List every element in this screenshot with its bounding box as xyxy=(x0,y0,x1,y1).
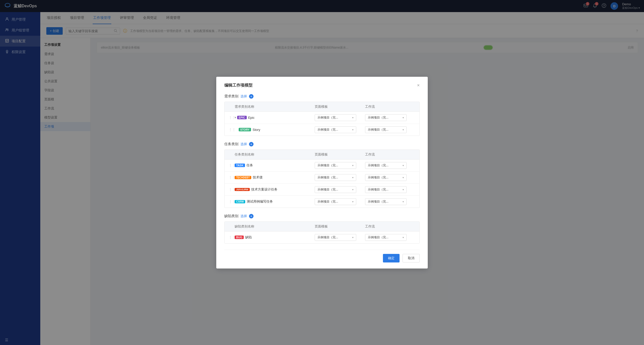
demand-table-header: 需求类别名称 页面模板 工作流 xyxy=(225,102,419,112)
chevron-down-icon: ▾ xyxy=(403,188,404,191)
drag-col-header xyxy=(229,104,235,109)
epic-page-template-select[interactable]: 示例项目（完... ▾ xyxy=(315,114,356,121)
jsfasjrw-workflow: 示例项目（完... ▾ xyxy=(365,186,415,193)
modal-header: 编辑工作项模型 × xyxy=(224,83,420,88)
demand-page-col-header: 页面模板 xyxy=(315,104,365,109)
chevron-down-icon: ▾ xyxy=(403,128,404,131)
modal-footer: 确定 取消 xyxy=(224,250,420,262)
chevron-down-icon: ▾ xyxy=(352,236,353,239)
csrw-page-template: 示例项目（完... ▾ xyxy=(315,198,365,205)
task-table: 任务类别名称 页面模板 工作流 ⋮⋮ TASK 任务 示例项目（完... ▾ xyxy=(224,149,420,208)
techdebt-workflow: 示例项目（完... ▾ xyxy=(365,174,415,181)
drag-handle-csrw[interactable]: ⋮⋮ xyxy=(229,200,235,204)
table-row: ⋮⋮ TECHDEBT 技术债 示例项目（完... ▾ 示例项目（完... xyxy=(225,172,419,184)
task-name-col-header: 任务类别名称 xyxy=(235,152,315,157)
csrw-workflow-select[interactable]: 示例项目（完... ▾ xyxy=(365,198,407,205)
jsfasjrw-label: 技术方案设计任务 xyxy=(251,187,277,192)
chevron-down-icon: ▾ xyxy=(352,164,353,167)
csrw-workflow: 示例项目（完... ▾ xyxy=(365,198,415,205)
jsfasjrw-row-name: JSFASJRW 技术方案设计任务 xyxy=(235,187,315,192)
task-add-icon[interactable]: + xyxy=(249,142,254,146)
epic-workflow: 示例项目（完... ▾ xyxy=(365,114,415,121)
techdebt-workflow-select[interactable]: 示例项目（完... ▾ xyxy=(365,174,407,181)
story-workflow: 示例项目（完... ▾ xyxy=(365,126,415,133)
epic-page-template-value: 示例项目（完... xyxy=(317,116,338,120)
expand-icon-epic[interactable]: ▾ xyxy=(235,116,236,119)
drag-handle-story[interactable]: ⋮⋮ xyxy=(229,128,235,132)
story-page-template: 示例项目（完... ▾ xyxy=(315,126,365,133)
bug-page-template: 示例项目（完... ▾ xyxy=(315,234,365,241)
demand-name-col-header: 需求类别名称 xyxy=(235,104,315,109)
bug-name-col-header: 缺陷类别名称 xyxy=(235,224,315,229)
task-label: 任务 xyxy=(246,163,253,168)
story-workflow-value: 示例项目（完... xyxy=(368,128,388,132)
bug-workflow: 示例项目（完... ▾ xyxy=(365,234,415,241)
task-workflow-select[interactable]: 示例项目（完... ▾ xyxy=(365,162,407,169)
table-row: ⋮⋮ CSRW 测试用例编写任务 示例项目（完... ▾ 示例项目（完... xyxy=(225,196,419,208)
bug-table: 缺陷类别名称 页面模板 工作流 ⋮⋮ BUG 缺陷 示例项目（完... ▾ xyxy=(224,221,420,244)
techdebt-workflow-value: 示例项目（完... xyxy=(368,175,388,180)
techdebt-page-template-select[interactable]: 示例项目（完... ▾ xyxy=(315,174,356,181)
story-row-name: STORY Story xyxy=(235,128,315,132)
demand-add-icon[interactable]: + xyxy=(249,94,254,99)
table-row: ⋮⋮ ▾ EPIC Epic 示例项目（完... ▾ 示 xyxy=(225,112,419,124)
drag-handle-task[interactable]: ⋮⋮ xyxy=(229,163,235,167)
bug-flow-col-header: 工作流 xyxy=(365,224,415,229)
drag-handle-bug[interactable]: ⋮⋮ xyxy=(229,235,235,239)
modal-title: 编辑工作项模型 xyxy=(224,83,253,88)
epic-page-template: 示例项目（完... ▾ xyxy=(315,114,365,121)
cancel-button[interactable]: 取消 xyxy=(403,254,420,262)
bug-page-template-select[interactable]: 示例项目（完... ▾ xyxy=(315,234,356,241)
story-page-template-value: 示例项目（完... xyxy=(317,128,338,132)
drag-handle-techdebt[interactable]: ⋮⋮ xyxy=(229,175,235,179)
techdebt-page-template-value: 示例项目（完... xyxy=(317,175,338,180)
chevron-down-icon: ▾ xyxy=(352,200,353,203)
jsfasjrw-workflow-value: 示例项目（完... xyxy=(368,187,388,192)
confirm-button[interactable]: 确定 xyxy=(383,254,400,262)
chevron-down-icon: ▾ xyxy=(352,176,353,179)
jsfasjrw-page-template-select[interactable]: 示例项目（完... ▾ xyxy=(315,186,356,193)
story-tag: STORY xyxy=(239,128,251,131)
epic-workflow-value: 示例项目（完... xyxy=(368,116,388,120)
task-section-label: 任务类别 xyxy=(224,142,238,146)
jsfasjrw-page-template-value: 示例项目（完... xyxy=(317,187,338,192)
task-tag: TASK xyxy=(235,164,245,167)
table-row: ⋮⋮ TASK 任务 示例项目（完... ▾ 示例项目（完... xyxy=(225,160,419,172)
modal-overlay: 编辑工作项模型 × 需求类别 选择 + 需求类别名称 页面模板 工作流 ⋮⋮ xyxy=(0,0,644,345)
drag-handle-epic[interactable]: ⋮⋮ xyxy=(229,116,235,120)
drag-handle-jsfasjrw[interactable]: ⋮⋮ xyxy=(229,187,235,191)
demand-select-btn[interactable]: 选择 xyxy=(240,94,247,99)
bug-add-icon[interactable]: + xyxy=(249,214,254,218)
chevron-down-icon: ▾ xyxy=(403,116,404,119)
task-select-btn[interactable]: 选择 xyxy=(240,142,247,146)
chevron-down-icon: ▾ xyxy=(352,116,353,119)
task-table-header: 任务类别名称 页面模板 工作流 xyxy=(225,150,419,160)
drag-col-header xyxy=(229,152,235,157)
jsfasjrw-workflow-select[interactable]: 示例项目（完... ▾ xyxy=(365,186,407,193)
csrw-page-template-select[interactable]: 示例项目（完... ▾ xyxy=(315,198,356,205)
chevron-down-icon: ▾ xyxy=(403,164,404,167)
csrw-row-name: CSRW 测试用例编写任务 xyxy=(235,199,315,204)
modal-close-button[interactable]: × xyxy=(417,83,420,88)
drag-col-header xyxy=(229,224,235,229)
bug-section-label: 缺陷类别 xyxy=(224,214,238,218)
story-workflow-select[interactable]: 示例项目（完... ▾ xyxy=(365,126,407,133)
task-workflow-value: 示例项目（完... xyxy=(368,163,388,168)
bug-select-btn[interactable]: 选择 xyxy=(240,214,247,218)
epic-workflow-select[interactable]: 示例项目（完... ▾ xyxy=(365,114,407,121)
task-section-header: 任务类别 选择 + xyxy=(224,142,420,146)
csrw-page-template-value: 示例项目（完... xyxy=(317,200,338,204)
epic-row-name: ▾ EPIC Epic xyxy=(235,116,315,120)
chevron-down-icon: ▾ xyxy=(352,188,353,191)
task-page-template-select[interactable]: 示例项目（完... ▾ xyxy=(315,162,356,169)
bug-page-template-value: 示例项目（完... xyxy=(317,235,338,240)
task-row-name: TASK 任务 xyxy=(235,163,315,168)
csrw-workflow-value: 示例项目（完... xyxy=(368,200,388,204)
bug-section: 缺陷类别 选择 + 缺陷类别名称 页面模板 工作流 ⋮⋮ BUG 缺陷 xyxy=(224,214,420,244)
story-page-template-select[interactable]: 示例项目（完... ▾ xyxy=(315,126,356,133)
bug-workflow-select[interactable]: 示例项目（完... ▾ xyxy=(365,234,407,241)
epic-tag: EPIC xyxy=(237,116,247,119)
demand-section: 需求类别 选择 + 需求类别名称 页面模板 工作流 ⋮⋮ ▾ EPIC xyxy=(224,94,420,136)
table-row: ⋮⋮ JSFASJRW 技术方案设计任务 示例项目（完... ▾ 示例项目（完. xyxy=(225,184,419,196)
chevron-down-icon: ▾ xyxy=(352,128,353,131)
